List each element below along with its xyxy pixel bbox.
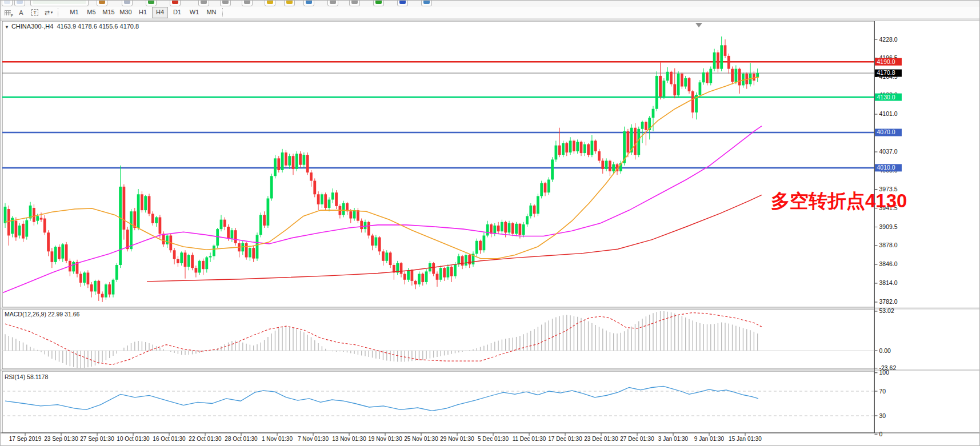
collapse-triangle-icon[interactable]: ▼ bbox=[5, 25, 9, 30]
chevron-down-icon[interactable]: ▾ bbox=[51, 10, 53, 15]
chart-columns-icon-glyph bbox=[423, 1, 430, 4]
hshift2-icon[interactable] bbox=[349, 1, 360, 6]
candle-down bbox=[706, 73, 709, 83]
candle-down bbox=[234, 230, 237, 243]
candle-down bbox=[479, 241, 482, 251]
candle-down bbox=[688, 78, 691, 91]
time-tick-label: 17 Dec 01:30 bbox=[548, 436, 582, 442]
zoom-in-icon-glyph bbox=[244, 1, 250, 4]
candle-up bbox=[702, 73, 705, 83]
candle-up bbox=[493, 226, 496, 234]
pencil-icon[interactable] bbox=[265, 1, 275, 6]
candle-down bbox=[587, 144, 590, 155]
timeframe-button-h1[interactable]: H1 bbox=[135, 7, 151, 18]
current-price-badge-text: 4170.8 bbox=[877, 69, 895, 76]
label-tool-icon[interactable]: T bbox=[28, 7, 42, 18]
zoom-icon[interactable] bbox=[14, 1, 25, 6]
chart-shift-icon[interactable] bbox=[220, 1, 231, 6]
stop-icon[interactable] bbox=[170, 1, 181, 6]
candle-up bbox=[407, 270, 410, 280]
grid-icon[interactable] bbox=[303, 1, 314, 6]
candle-down bbox=[65, 244, 68, 261]
pencil2-icon[interactable] bbox=[284, 1, 295, 6]
fibonacci-tool-icon[interactable]: F bbox=[1, 7, 14, 18]
timeframe-button-m30[interactable]: M30 bbox=[118, 7, 134, 18]
candle-up bbox=[249, 248, 251, 258]
candle-down bbox=[191, 255, 194, 268]
rsi-tick-label: 100 bbox=[879, 369, 890, 376]
candle-up bbox=[465, 255, 467, 266]
timeframe-button-m1[interactable]: M1 bbox=[66, 7, 82, 18]
candle-up bbox=[447, 267, 450, 278]
time-tick-label: 11 Dec 01:30 bbox=[513, 436, 546, 442]
candle-down bbox=[40, 218, 43, 220]
new-chart-icon[interactable] bbox=[2, 1, 13, 6]
price-tick-label: 3782.0 bbox=[879, 298, 898, 305]
candle-up bbox=[699, 82, 702, 95]
autotrading-icon[interactable] bbox=[146, 1, 157, 6]
candle-down bbox=[33, 208, 35, 222]
timeframe-button-h4[interactable]: H4 bbox=[152, 7, 168, 18]
autoscroll-icon[interactable] bbox=[198, 1, 209, 6]
zoom-icon-glyph bbox=[17, 1, 23, 4]
candle-up bbox=[25, 220, 28, 237]
timeframe-button-m15[interactable]: M15 bbox=[101, 7, 117, 18]
time-tick-label: 16 Oct 01:30 bbox=[153, 436, 186, 442]
text-tool-icon[interactable]: A bbox=[14, 7, 28, 18]
refresh-icon[interactable] bbox=[397, 1, 408, 6]
time-tick-label: 10 Oct 01:30 bbox=[117, 436, 150, 442]
rsi-tick-label: 0 bbox=[879, 431, 883, 437]
candle-down bbox=[162, 234, 165, 244]
hshift1-icon[interactable] bbox=[327, 1, 338, 6]
timeframe-button-d1[interactable]: D1 bbox=[169, 7, 185, 18]
candle-down bbox=[141, 194, 143, 210]
candle-up bbox=[475, 241, 478, 254]
macd-indicator-label: MACD(12,26,9) 22.99 31.66 bbox=[5, 311, 79, 318]
time-tick-label: 27 Dec 01:30 bbox=[620, 436, 654, 442]
candle-down bbox=[468, 255, 471, 264]
price-tick-label: 3878.0 bbox=[879, 242, 898, 248]
stop-icon-glyph bbox=[172, 1, 178, 4]
new-order-button[interactable] bbox=[30, 1, 89, 6]
candle-down bbox=[371, 235, 374, 246]
price-badge-4130.0-text: 4130.0 bbox=[877, 94, 895, 101]
candle-down bbox=[195, 268, 198, 272]
candle-down bbox=[436, 274, 439, 279]
timeframe-button-w1[interactable]: W1 bbox=[186, 7, 202, 18]
zoom-in-icon[interactable] bbox=[242, 1, 253, 6]
main-chart-panel[interactable] bbox=[2, 21, 874, 307]
add-indicator-icon[interactable] bbox=[373, 1, 384, 6]
timeframe-button-m5[interactable]: M5 bbox=[83, 7, 99, 18]
rsi-indicator-label: RSI(14) 58.1178 bbox=[5, 373, 48, 380]
rsi-panel[interactable] bbox=[2, 371, 874, 433]
candle-up bbox=[94, 281, 97, 292]
time-tick-label: 19 Nov 01:30 bbox=[368, 436, 402, 442]
candle-down bbox=[727, 56, 730, 69]
candle-down bbox=[432, 263, 435, 274]
timeframe-button-mn[interactable]: MN bbox=[203, 7, 219, 18]
refresh-icon-glyph bbox=[399, 1, 406, 4]
candle-down bbox=[285, 152, 287, 166]
templates-icon[interactable] bbox=[122, 1, 133, 6]
candle-down bbox=[349, 211, 352, 218]
candle-down bbox=[367, 222, 370, 236]
price-tick-label: 3814.0 bbox=[879, 279, 898, 286]
candle-down bbox=[47, 232, 50, 251]
candle-down bbox=[382, 251, 385, 261]
time-tick-label: 27 Sep 01:30 bbox=[80, 436, 114, 442]
candle-down bbox=[400, 263, 403, 274]
indicators-icon[interactable] bbox=[97, 1, 107, 6]
candle-down bbox=[378, 238, 381, 252]
candle-up bbox=[105, 284, 107, 298]
candle-up bbox=[454, 264, 457, 276]
candle-up bbox=[295, 154, 298, 169]
candle-up bbox=[425, 271, 428, 282]
candle-up bbox=[418, 274, 421, 284]
candle-up bbox=[501, 222, 503, 232]
panel-splitter[interactable] bbox=[1, 369, 980, 372]
panel-splitter[interactable] bbox=[1, 308, 980, 310]
arrows-tool-icon[interactable]: ⇄▾ bbox=[42, 7, 55, 18]
candle-up bbox=[583, 144, 586, 153]
chart-columns-icon[interactable] bbox=[421, 1, 432, 6]
chart-canvas[interactable]: 4228.04196.54164.54133.04101.04069.04037… bbox=[1, 1, 980, 446]
